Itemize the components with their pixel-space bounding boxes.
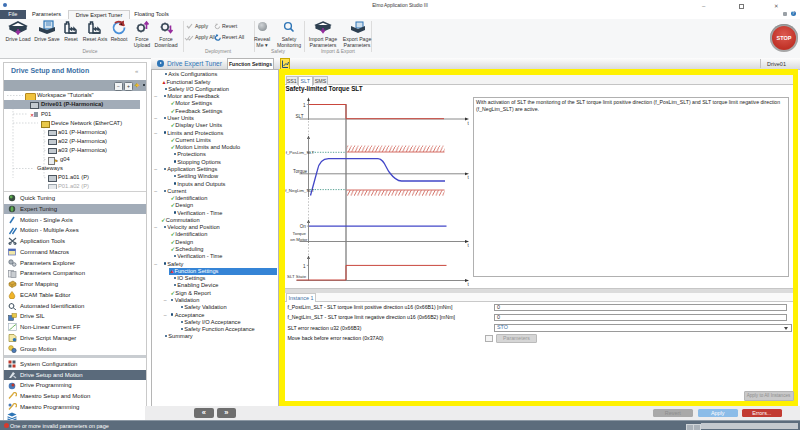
svg-text:t: t bbox=[467, 175, 469, 180]
svg-text:Torque: Torque bbox=[293, 169, 307, 174]
svg-text:On: On bbox=[299, 224, 306, 229]
svg-text:1: 1 bbox=[303, 103, 306, 108]
svg-text:SLT: SLT bbox=[295, 114, 303, 119]
svg-text:on Motor: on Motor bbox=[290, 237, 308, 242]
svg-text:1: 1 bbox=[303, 264, 306, 269]
svg-text:SLT State: SLT State bbox=[287, 274, 307, 279]
svg-text:f_NegLim_SLT: f_NegLim_SLT bbox=[285, 188, 314, 193]
svg-text:t: t bbox=[467, 121, 469, 126]
svg-text:t: t bbox=[467, 282, 469, 287]
svg-text:Torque: Torque bbox=[292, 231, 306, 236]
svg-text:t: t bbox=[467, 243, 469, 248]
svg-text:f_PosLim_SLT: f_PosLim_SLT bbox=[285, 150, 314, 155]
